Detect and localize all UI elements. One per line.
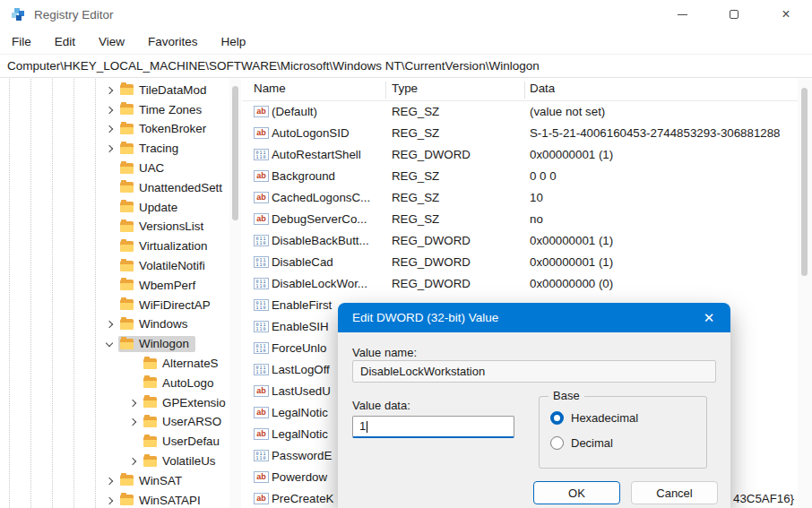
cell-data: 0x00000001 (1) xyxy=(530,144,796,166)
tree-scrollbar xyxy=(229,79,241,508)
tree-item-volatileus[interactable]: VolatileUs xyxy=(0,452,229,471)
cell-type: REG_DWORD xyxy=(392,273,526,295)
tree-item-label: WinSAT xyxy=(139,474,182,487)
radio-decimal[interactable]: Decimal xyxy=(550,435,613,450)
cell-name: DisableCad xyxy=(272,252,390,273)
table-row[interactable]: abBackgroundREG_SZ0 0 0 xyxy=(242,166,798,187)
menu-item-help[interactable]: Help xyxy=(210,31,258,52)
table-row[interactable]: AutoRestartShellREG_DWORD0x00000001 (1) xyxy=(242,144,798,166)
close-button[interactable]: × xyxy=(760,0,812,29)
tree-item-tiledatamod[interactable]: TileDataMod xyxy=(0,81,229,100)
maximize-button[interactable] xyxy=(708,0,760,29)
tree-item-tracing[interactable]: Tracing xyxy=(0,139,229,159)
folder-icon xyxy=(143,436,157,447)
chevron-right-icon[interactable] xyxy=(102,103,117,117)
menu-item-favorites[interactable]: Favorites xyxy=(136,31,210,52)
chevron-right-icon[interactable] xyxy=(102,83,117,98)
folder-icon xyxy=(143,377,157,388)
dialog-close-button[interactable]: ✕ xyxy=(700,309,718,327)
tree-item-time-zones[interactable]: Time Zones xyxy=(0,100,229,120)
value-data-field[interactable]: 1 xyxy=(352,416,514,438)
string-value-icon: ab xyxy=(254,385,269,397)
binary-value-icon xyxy=(254,235,269,246)
column-header-type[interactable]: Type xyxy=(392,82,418,95)
tree-item-winsat[interactable]: WinSAT xyxy=(0,471,229,491)
chevron-right-icon[interactable] xyxy=(102,142,117,156)
maximize-icon xyxy=(730,10,739,19)
address-bar[interactable]: Computer\HKEY_LOCAL_MACHINE\SOFTWARE\Mic… xyxy=(0,54,812,78)
folder-icon xyxy=(120,495,134,505)
column-header-data[interactable]: Data xyxy=(530,82,555,95)
chevron-right-icon[interactable] xyxy=(102,317,117,331)
table-row[interactable]: DisableLockWor...REG_DWORD0x00000000 (0) xyxy=(242,273,798,295)
folder-icon xyxy=(120,124,134,134)
chevron-right-icon[interactable] xyxy=(125,396,140,410)
value-name-field[interactable]: DisableLockWorkstation xyxy=(352,360,716,383)
tree-item-gpextensio[interactable]: GPExtensio xyxy=(0,393,229,413)
cell-name: DisableLockWor... xyxy=(272,273,390,295)
table-row[interactable]: abDebugServerCo...REG_SZno xyxy=(242,209,798,230)
value-data-text: 1 xyxy=(359,419,366,433)
minimize-button[interactable] xyxy=(656,0,708,29)
menu-item-edit[interactable]: Edit xyxy=(43,31,87,52)
tree-item-volatilenotifi[interactable]: VolatileNotifi xyxy=(0,256,229,276)
table-row[interactable]: DisableBackButt...REG_DWORD0x00000001 (1… xyxy=(242,230,798,252)
tree-item-userarso[interactable]: UserARSO xyxy=(0,413,229,433)
chevron-right-icon[interactable] xyxy=(102,474,117,488)
chevron-down-icon[interactable] xyxy=(102,337,117,351)
binary-value-icon xyxy=(254,278,269,289)
menu-item-file[interactable]: File xyxy=(0,31,43,52)
tree-item-userdefau[interactable]: UserDefau xyxy=(0,432,229,452)
table-row[interactable]: abCachedLogonsC...REG_SZ10 xyxy=(242,187,798,209)
list-scrollbar-thumb[interactable] xyxy=(801,88,808,276)
column-header-name[interactable]: Name xyxy=(254,82,286,95)
tree-item-versionslist[interactable]: VersionsList xyxy=(0,218,229,237)
tree-scrollbar-thumb[interactable] xyxy=(232,86,238,220)
chevron-right-icon[interactable] xyxy=(102,494,117,508)
tree-item-label: WinSATAPI xyxy=(139,494,201,507)
folder-icon xyxy=(120,143,134,154)
tree-item-uac[interactable]: UAC xyxy=(0,159,229,178)
tree-item-autologo[interactable]: AutoLogo xyxy=(0,374,229,393)
tree-item-windows[interactable]: Windows xyxy=(0,315,229,335)
folder-icon xyxy=(120,319,134,330)
folder-icon xyxy=(120,221,134,232)
tree-item-label: VolatileNotifi xyxy=(139,259,205,272)
tree-item-winlogon[interactable]: Winlogon xyxy=(0,334,229,354)
cell-name: CachedLogonsC... xyxy=(272,187,390,209)
cell-name: AutoRestartShell xyxy=(272,144,390,166)
column-separator[interactable] xyxy=(524,82,525,99)
tree-item-label: GPExtensio xyxy=(162,396,226,409)
chevron-right-icon[interactable] xyxy=(125,454,140,469)
cell-type: REG_SZ xyxy=(392,187,526,209)
tree-item-winsatapi[interactable]: WinSATAPI xyxy=(0,491,229,508)
tree-item-unattendedsett[interactable]: UnattendedSett xyxy=(0,178,229,198)
cancel-button[interactable]: Cancel xyxy=(631,481,718,504)
tree-item-alternates[interactable]: AlternateS xyxy=(0,354,229,374)
chevron-placeholder xyxy=(125,357,140,371)
value-name-text: DisableLockWorkstation xyxy=(360,365,485,378)
menu-item-view[interactable]: View xyxy=(87,31,136,52)
folder-icon xyxy=(120,261,134,271)
string-value-icon: ab xyxy=(254,471,269,483)
tree-item-wifidirectap[interactable]: WiFiDirectAP xyxy=(0,296,229,315)
string-value-icon: ab xyxy=(254,428,269,440)
ok-button[interactable]: OK xyxy=(533,481,620,504)
tree-item-tokenbroker[interactable]: TokenBroker xyxy=(0,120,229,140)
folder-icon xyxy=(120,280,134,290)
table-row[interactable]: ab(Default)REG_SZ(value not set) xyxy=(242,101,798,123)
table-row[interactable]: DisableCadREG_DWORD0x00000001 (1) xyxy=(242,252,798,273)
cell-name: AutoLogonSID xyxy=(272,123,390,144)
radio-hexadecimal[interactable]: Hexadecimal xyxy=(550,410,638,425)
tree-item-update[interactable]: Update xyxy=(0,198,229,218)
tree-item-label: UAC xyxy=(139,161,164,175)
table-row[interactable]: abAutoLogonSIDREG_SZS-1-5-21-4006160453-… xyxy=(242,123,798,144)
window-controls: × xyxy=(656,0,812,29)
chevron-right-icon[interactable] xyxy=(125,415,140,429)
column-separator[interactable] xyxy=(385,82,386,99)
binary-value-icon xyxy=(254,342,269,354)
chevron-right-icon[interactable] xyxy=(102,122,117,136)
tree-item-wbemperf[interactable]: WbemPerf xyxy=(0,276,229,296)
tree-item-virtualization[interactable]: Virtualization xyxy=(0,237,229,256)
menu-bar: FileEditViewFavoritesHelp xyxy=(0,29,812,54)
